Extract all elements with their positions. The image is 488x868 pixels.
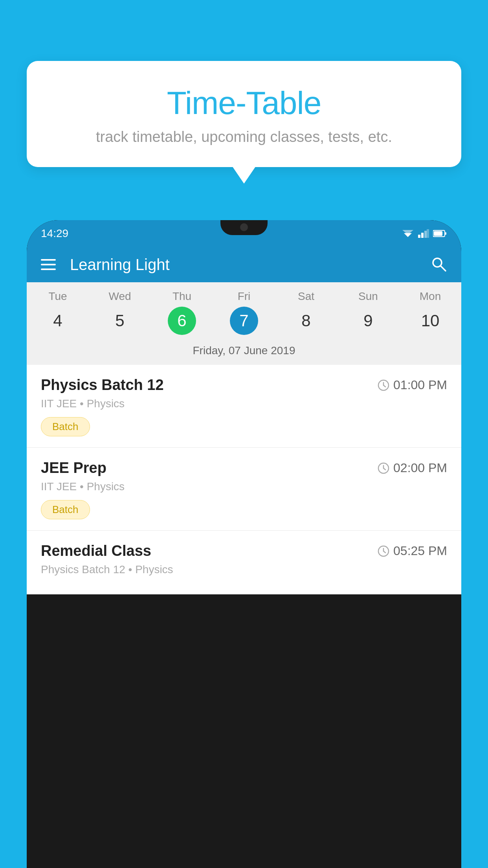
schedule-item-header: Physics Batch 1201:00 PM [41, 377, 447, 394]
status-icons [402, 229, 447, 238]
hamburger-line-2 [41, 264, 56, 265]
time-text: 05:25 PM [393, 544, 447, 558]
phone-inner: 14:29 [27, 220, 461, 868]
svg-rect-4 [424, 231, 427, 238]
day-name: Mon [399, 290, 461, 303]
batch-badge: Batch [41, 500, 90, 519]
day-num: 8 [292, 307, 320, 335]
schedule-time: 01:00 PM [378, 378, 447, 392]
signal-icon [418, 229, 429, 238]
schedule-time: 05:25 PM [378, 544, 447, 558]
day-num: 4 [44, 307, 72, 335]
app-bar: Learning Light [27, 247, 461, 282]
day-num: 7 [230, 307, 258, 335]
batch-badge: Batch [41, 417, 90, 436]
day-name: Tue [27, 290, 89, 303]
svg-rect-5 [427, 229, 429, 238]
day-name: Sat [275, 290, 337, 303]
status-bar: 14:29 [27, 220, 461, 247]
day-name: Wed [89, 290, 151, 303]
schedule-title: Physics Batch 12 [41, 377, 164, 394]
schedule-time: 02:00 PM [378, 461, 447, 475]
calendar-day-tue[interactable]: Tue4 [27, 290, 89, 335]
svg-line-16 [383, 468, 385, 470]
svg-line-19 [383, 551, 385, 553]
svg-marker-1 [402, 230, 413, 235]
schedule-item[interactable]: Physics Batch 1201:00 PMIIT JEE • Physic… [27, 365, 461, 448]
svg-rect-8 [434, 231, 442, 236]
search-icon [430, 255, 447, 272]
hamburger-menu-button[interactable] [41, 259, 56, 270]
hamburger-line-1 [41, 259, 56, 261]
phone-content: Tue4Wed5Thu6Fri7Sat8Sun9Mon10 Friday, 07… [27, 282, 461, 594]
day-name: Thu [151, 290, 213, 303]
calendar-day-sat[interactable]: Sat8 [275, 290, 337, 335]
wifi-icon [402, 229, 414, 238]
day-num: 5 [106, 307, 134, 335]
tooltip-title: Time-Table [46, 85, 442, 121]
calendar-day-fri[interactable]: Fri7 [213, 290, 275, 335]
time-text: 02:00 PM [393, 461, 447, 475]
app-bar-title: Learning Light [70, 256, 430, 274]
day-num: 9 [354, 307, 382, 335]
camera [240, 223, 248, 231]
svg-rect-3 [421, 233, 424, 238]
tooltip-card: Time-Table track timetable, upcoming cla… [27, 61, 461, 167]
status-time: 14:29 [41, 227, 68, 240]
phone-frame: 14:29 [27, 220, 461, 868]
notch [220, 220, 268, 235]
calendar-date-label: Friday, 07 June 2019 [27, 338, 461, 365]
schedule-meta: Physics Batch 12 • Physics [41, 563, 447, 576]
search-button[interactable] [430, 255, 447, 274]
schedule-meta: IIT JEE • Physics [41, 480, 447, 493]
battery-icon [433, 230, 447, 237]
schedule-title: Remedial Class [41, 542, 151, 559]
calendar-section: Tue4Wed5Thu6Fri7Sat8Sun9Mon10 Friday, 07… [27, 282, 461, 365]
day-name: Fri [213, 290, 275, 303]
clock-icon [378, 379, 389, 391]
svg-rect-2 [418, 235, 420, 238]
calendar-days-header: Tue4Wed5Thu6Fri7Sat8Sun9Mon10 [27, 282, 461, 338]
day-num: 10 [416, 307, 444, 335]
svg-line-13 [383, 385, 385, 387]
tooltip-subtitle: track timetable, upcoming classes, tests… [46, 129, 442, 145]
schedule-item[interactable]: Remedial Class05:25 PMPhysics Batch 12 •… [27, 531, 461, 594]
day-num: 6 [168, 307, 196, 335]
day-name: Sun [337, 290, 399, 303]
schedule-item-header: Remedial Class05:25 PM [41, 542, 447, 559]
schedule-item-header: JEE Prep02:00 PM [41, 460, 447, 476]
calendar-day-thu[interactable]: Thu6 [151, 290, 213, 335]
calendar-day-mon[interactable]: Mon10 [399, 290, 461, 335]
schedule-list: Physics Batch 1201:00 PMIIT JEE • Physic… [27, 365, 461, 594]
svg-rect-7 [445, 232, 446, 235]
schedule-meta: IIT JEE • Physics [41, 397, 447, 410]
schedule-item[interactable]: JEE Prep02:00 PMIIT JEE • PhysicsBatch [27, 448, 461, 531]
svg-line-10 [440, 266, 446, 271]
calendar-day-sun[interactable]: Sun9 [337, 290, 399, 335]
calendar-day-wed[interactable]: Wed5 [89, 290, 151, 335]
clock-icon [378, 545, 389, 557]
schedule-title: JEE Prep [41, 460, 106, 476]
time-text: 01:00 PM [393, 378, 447, 392]
hamburger-line-3 [41, 268, 56, 270]
clock-icon [378, 462, 389, 474]
